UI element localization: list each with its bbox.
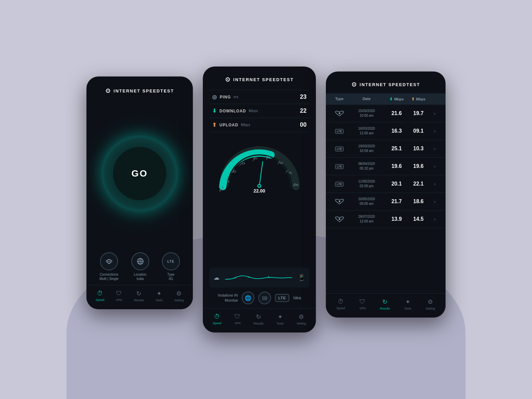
row2-arrow: › xyxy=(429,128,440,134)
nav-vpn[interactable]: 🛡 VPN xyxy=(113,289,125,303)
divider-1 xyxy=(209,90,309,90)
results-nav-icon: ↻ xyxy=(136,290,141,297)
row4-arrow: › xyxy=(429,164,440,169)
speed3-nav-label: Speed xyxy=(336,307,345,310)
row5-down: 20.1 xyxy=(386,181,408,187)
nav3-tools[interactable]: ✦ Tools xyxy=(402,297,414,312)
lte-badge: LTE xyxy=(275,294,289,302)
vpn3-nav-icon: 🛡 xyxy=(359,298,365,305)
download-unit: Mbps xyxy=(249,109,258,113)
setting3-nav-icon: ⚙ xyxy=(428,298,433,306)
table-row[interactable]: 28/07/2020 12:00 am 13.9 14.5 › xyxy=(326,210,446,228)
upload-stat-left: ⬆ UPLOAD Mbps xyxy=(212,122,250,128)
connections-label: Connections Multi | Single xyxy=(99,272,118,281)
col-type: Type xyxy=(331,97,347,101)
row1-down: 21.6 xyxy=(386,110,408,116)
table-row[interactable]: LTE 08/04/2020 05:32 pm 19.6 19.6 › xyxy=(326,158,446,175)
svg-point-33 xyxy=(338,218,340,220)
speedtest-icon-3: ⊙ xyxy=(351,81,357,88)
connections-icon-item[interactable]: Connections Multi | Single xyxy=(99,252,118,281)
setting3-nav-label: Setting xyxy=(426,307,435,310)
ping-stat-left: ◎ PING ms xyxy=(212,94,239,100)
svg-text:10: 10 xyxy=(233,170,236,173)
network-info: Vodafone IN Mumbai 🌐 )))) LTE Idea xyxy=(203,288,316,308)
row7-down: 13.9 xyxy=(386,216,408,222)
row7-up: 14.5 xyxy=(408,216,430,222)
svg-point-31 xyxy=(338,112,340,114)
nav3-setting[interactable]: ⚙ Setting xyxy=(423,297,438,312)
go-label[interactable]: GO xyxy=(131,168,148,179)
row1-type xyxy=(331,109,347,118)
divider-3 xyxy=(209,118,309,118)
signal-line-container: ☁ 📱 xyxy=(209,268,309,288)
ping-row: ◎ PING ms 23 xyxy=(203,91,316,102)
results2-nav-label: Results xyxy=(254,322,264,325)
connections-icon-circle xyxy=(100,252,118,270)
down-arrow-icon: ⬇ xyxy=(389,97,393,101)
nav-setting[interactable]: ⚙ Setting xyxy=(172,289,186,303)
col-up-inner: ⬆ Mbps xyxy=(408,97,430,101)
results3-nav-icon: ↻ xyxy=(382,298,387,306)
speedtest-icon: ⊙ xyxy=(105,87,111,94)
network-name: Vodafone IN Mumbai xyxy=(218,293,238,303)
nav2-tools[interactable]: ✦ Tools xyxy=(274,312,286,327)
row7-arrow: › xyxy=(429,216,440,222)
svg-text:22.00: 22.00 xyxy=(253,188,265,194)
phone-go-screen: ⊙ INTERNET SPEEDTEST GO xyxy=(86,76,193,309)
speedtest-icon-2: ⊙ xyxy=(225,76,231,83)
location-icon-item[interactable]: Location India xyxy=(131,252,149,281)
svg-point-28 xyxy=(235,277,236,278)
svg-point-29 xyxy=(248,276,249,278)
svg-text:75: 75 xyxy=(288,171,292,175)
nav3-vpn[interactable]: 🛡 VPN xyxy=(357,297,368,312)
phone-speedtest-screen: ⊙ INTERNET SPEEDTEST ◎ PING ms 23 ⬇ DOWN… xyxy=(203,66,316,332)
speed3-nav-icon: ⏱ xyxy=(338,298,344,305)
nav3-speed[interactable]: ⏱ Speed xyxy=(334,297,348,312)
table-row[interactable]: LTE 11/05/2020 02:00 pm 20.1 22.1 › xyxy=(326,175,446,193)
speed-nav-icon: ⏱ xyxy=(97,290,103,297)
go-circle-outer[interactable]: GO xyxy=(101,135,178,212)
col-date: Date xyxy=(347,97,386,101)
row4-type: LTE xyxy=(331,164,347,169)
nav3-results[interactable]: ↻ Results xyxy=(377,297,393,312)
row4-down: 19.6 xyxy=(386,163,408,169)
nav2-results[interactable]: ↻ Results xyxy=(251,312,266,327)
vpn3-nav-label: VPN xyxy=(359,307,366,310)
row3-arrow: › xyxy=(429,146,440,151)
type-icon-item[interactable]: LTE Type 4G xyxy=(162,252,180,281)
network-line1: Vodafone IN xyxy=(218,293,238,297)
upload-unit: Mbps xyxy=(241,123,250,127)
download-label: DOWNLOAD xyxy=(219,109,246,113)
svg-text:5: 5 xyxy=(228,180,229,183)
nav2-vpn[interactable]: 🛡 VPN xyxy=(232,312,243,327)
ping-unit: ms xyxy=(233,95,238,99)
go-button[interactable]: GO xyxy=(113,147,166,200)
row4-up: 19.6 xyxy=(408,163,430,169)
table-row[interactable]: LTE 19/03/2020 10:58 am 25.1 10.3 › xyxy=(326,140,446,158)
tools3-nav-label: Tools xyxy=(404,307,411,310)
row3-up: 10.3 xyxy=(408,146,430,152)
results-table-header: Type Date ⬇ Mbps ⬆ Mbps xyxy=(326,93,446,105)
row5-arrow: › xyxy=(429,181,440,187)
vpn2-nav-label: VPN xyxy=(234,322,241,325)
table-row[interactable]: 20/05/2020 09:00 am 21.7 18.6 › xyxy=(326,193,446,210)
nav2-speed[interactable]: ⏱ Speed xyxy=(210,312,224,327)
row3-down: 25.1 xyxy=(386,146,408,152)
phone-signal-icon: 📱 xyxy=(298,274,305,281)
table-row[interactable]: 15/03/2020 10:00 am 21.6 19.7 › xyxy=(326,105,446,122)
row6-date: 20/05/2020 09:00 am xyxy=(347,197,386,206)
nav2-setting[interactable]: ⚙ Setting xyxy=(294,312,309,327)
nav-tools[interactable]: ✦ Tools xyxy=(153,289,165,303)
speed2-nav-icon: ⏱ xyxy=(214,313,220,320)
nav-results[interactable]: ↻ Results xyxy=(131,289,147,303)
network-line2: Mumbai xyxy=(225,298,238,302)
svg-point-26 xyxy=(258,185,260,187)
col-mbps-up: ⬆ Mbps xyxy=(408,97,430,101)
table-row[interactable]: LTE 16/03/2020 12:00 am 16.3 09.1 › xyxy=(326,122,446,140)
svg-point-32 xyxy=(338,200,340,202)
setting-nav-icon: ⚙ xyxy=(176,290,182,297)
vpn-nav-label: VPN xyxy=(116,298,122,302)
up-arrow-icon: ⬆ xyxy=(411,97,415,101)
nav-speed[interactable]: ⏱ Speed xyxy=(93,289,107,303)
row4-date: 08/04/2020 05:32 pm xyxy=(347,162,386,171)
